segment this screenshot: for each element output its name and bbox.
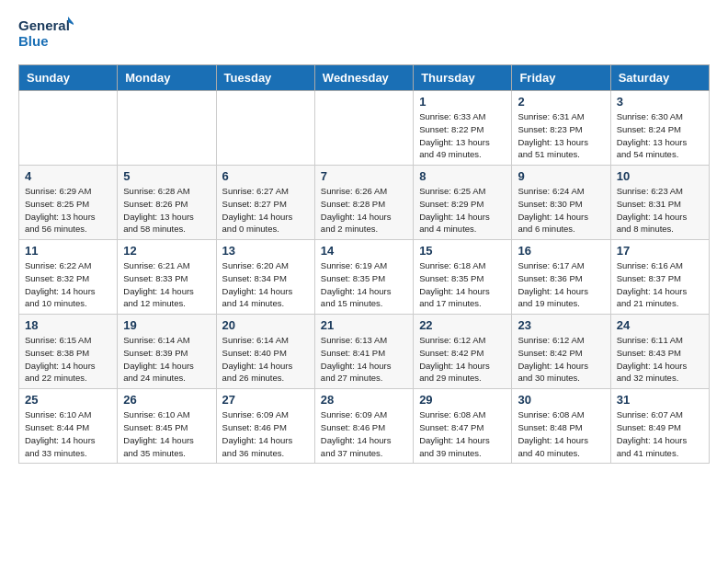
day-info: Sunrise: 6:13 AM Sunset: 8:41 PM Dayligh… [321, 334, 407, 385]
day-number: 25 [25, 393, 111, 407]
day-number: 6 [222, 169, 309, 183]
week-row-5: 25Sunrise: 6:10 AM Sunset: 8:44 PM Dayli… [19, 389, 710, 464]
calendar-table: SundayMondayTuesdayWednesdayThursdayFrid… [18, 64, 710, 464]
header-row: SundayMondayTuesdayWednesdayThursdayFrid… [19, 65, 710, 91]
day-cell: 25Sunrise: 6:10 AM Sunset: 8:44 PM Dayli… [19, 389, 118, 464]
day-info: Sunrise: 6:27 AM Sunset: 8:27 PM Dayligh… [222, 185, 309, 236]
col-header-friday: Friday [512, 65, 610, 91]
day-cell: 11Sunrise: 6:22 AM Sunset: 8:32 PM Dayli… [19, 240, 118, 315]
day-cell: 29Sunrise: 6:08 AM Sunset: 8:47 PM Dayli… [414, 389, 512, 464]
day-number: 2 [518, 95, 604, 109]
day-number: 3 [617, 95, 703, 109]
week-row-3: 11Sunrise: 6:22 AM Sunset: 8:32 PM Dayli… [19, 240, 710, 315]
day-info: Sunrise: 6:10 AM Sunset: 8:44 PM Dayligh… [25, 408, 111, 459]
day-number: 11 [25, 244, 111, 258]
day-cell: 13Sunrise: 6:20 AM Sunset: 8:34 PM Dayli… [216, 240, 314, 315]
day-info: Sunrise: 6:20 AM Sunset: 8:34 PM Dayligh… [222, 259, 309, 310]
day-cell: 20Sunrise: 6:14 AM Sunset: 8:40 PM Dayli… [216, 315, 314, 389]
day-info: Sunrise: 6:14 AM Sunset: 8:39 PM Dayligh… [123, 334, 210, 385]
day-info: Sunrise: 6:25 AM Sunset: 8:29 PM Dayligh… [419, 185, 506, 236]
day-cell: 23Sunrise: 6:12 AM Sunset: 8:42 PM Dayli… [512, 315, 610, 389]
day-number: 14 [321, 244, 407, 258]
day-cell: 10Sunrise: 6:23 AM Sunset: 8:31 PM Dayli… [610, 166, 709, 240]
day-info: Sunrise: 6:16 AM Sunset: 8:37 PM Dayligh… [617, 259, 703, 310]
day-cell [118, 91, 216, 166]
day-info: Sunrise: 6:11 AM Sunset: 8:43 PM Dayligh… [617, 334, 703, 385]
col-header-monday: Monday [118, 65, 216, 91]
day-info: Sunrise: 6:12 AM Sunset: 8:42 PM Dayligh… [518, 334, 604, 385]
day-info: Sunrise: 6:33 AM Sunset: 8:22 PM Dayligh… [419, 110, 506, 161]
day-info: Sunrise: 6:15 AM Sunset: 8:38 PM Dayligh… [25, 334, 111, 385]
day-number: 18 [25, 318, 111, 332]
day-cell: 15Sunrise: 6:18 AM Sunset: 8:35 PM Dayli… [414, 240, 512, 315]
day-cell [216, 91, 314, 166]
day-info: Sunrise: 6:31 AM Sunset: 8:23 PM Dayligh… [518, 110, 604, 161]
day-info: Sunrise: 6:17 AM Sunset: 8:36 PM Dayligh… [518, 259, 604, 310]
day-number: 27 [222, 393, 309, 407]
day-number: 12 [123, 244, 210, 258]
day-cell [19, 91, 118, 166]
day-number: 1 [419, 95, 506, 109]
day-cell: 19Sunrise: 6:14 AM Sunset: 8:39 PM Dayli… [118, 315, 216, 389]
day-cell: 30Sunrise: 6:08 AM Sunset: 8:48 PM Dayli… [512, 389, 610, 464]
day-number: 24 [617, 318, 703, 332]
logo-svg: General Blue [18, 15, 74, 53]
day-cell: 1Sunrise: 6:33 AM Sunset: 8:22 PM Daylig… [414, 91, 512, 166]
day-number: 15 [419, 244, 506, 258]
day-info: Sunrise: 6:14 AM Sunset: 8:40 PM Dayligh… [222, 334, 309, 385]
day-info: Sunrise: 6:08 AM Sunset: 8:48 PM Dayligh… [518, 408, 604, 459]
day-cell: 2Sunrise: 6:31 AM Sunset: 8:23 PM Daylig… [512, 91, 610, 166]
day-info: Sunrise: 6:22 AM Sunset: 8:32 PM Dayligh… [25, 259, 111, 310]
day-info: Sunrise: 6:29 AM Sunset: 8:25 PM Dayligh… [25, 185, 111, 236]
day-number: 28 [321, 393, 407, 407]
svg-text:Blue: Blue [18, 33, 49, 49]
day-number: 23 [518, 318, 604, 332]
col-header-tuesday: Tuesday [216, 65, 314, 91]
day-info: Sunrise: 6:24 AM Sunset: 8:30 PM Dayligh… [518, 185, 604, 236]
day-number: 30 [518, 393, 604, 407]
day-number: 13 [222, 244, 309, 258]
day-number: 5 [123, 169, 210, 183]
week-row-4: 18Sunrise: 6:15 AM Sunset: 8:38 PM Dayli… [19, 315, 710, 389]
day-number: 7 [321, 169, 407, 183]
day-info: Sunrise: 6:18 AM Sunset: 8:35 PM Dayligh… [419, 259, 506, 310]
day-cell: 9Sunrise: 6:24 AM Sunset: 8:30 PM Daylig… [512, 166, 610, 240]
day-info: Sunrise: 6:26 AM Sunset: 8:28 PM Dayligh… [321, 185, 407, 236]
day-info: Sunrise: 6:19 AM Sunset: 8:35 PM Dayligh… [321, 259, 407, 310]
day-info: Sunrise: 6:28 AM Sunset: 8:26 PM Dayligh… [123, 185, 210, 236]
logo: General Blue [18, 15, 74, 53]
day-cell: 21Sunrise: 6:13 AM Sunset: 8:41 PM Dayli… [314, 315, 413, 389]
day-cell: 18Sunrise: 6:15 AM Sunset: 8:38 PM Dayli… [19, 315, 118, 389]
day-number: 9 [518, 169, 604, 183]
day-info: Sunrise: 6:21 AM Sunset: 8:33 PM Dayligh… [123, 259, 210, 310]
day-number: 29 [419, 393, 506, 407]
day-cell: 28Sunrise: 6:09 AM Sunset: 8:46 PM Dayli… [314, 389, 413, 464]
day-cell: 5Sunrise: 6:28 AM Sunset: 8:26 PM Daylig… [118, 166, 216, 240]
header: General Blue [18, 15, 710, 53]
day-cell: 3Sunrise: 6:30 AM Sunset: 8:24 PM Daylig… [610, 91, 709, 166]
day-info: Sunrise: 6:09 AM Sunset: 8:46 PM Dayligh… [321, 408, 407, 459]
day-info: Sunrise: 6:23 AM Sunset: 8:31 PM Dayligh… [617, 185, 703, 236]
day-number: 10 [617, 169, 703, 183]
day-info: Sunrise: 6:08 AM Sunset: 8:47 PM Dayligh… [419, 408, 506, 459]
day-number: 8 [419, 169, 506, 183]
day-cell: 14Sunrise: 6:19 AM Sunset: 8:35 PM Dayli… [314, 240, 413, 315]
page: General Blue SundayMondayTuesdayWednesda… [0, 0, 728, 478]
day-cell: 7Sunrise: 6:26 AM Sunset: 8:28 PM Daylig… [314, 166, 413, 240]
col-header-saturday: Saturday [610, 65, 709, 91]
day-cell [314, 91, 413, 166]
day-cell: 27Sunrise: 6:09 AM Sunset: 8:46 PM Dayli… [216, 389, 314, 464]
day-number: 22 [419, 318, 506, 332]
day-number: 31 [617, 393, 703, 407]
day-number: 21 [321, 318, 407, 332]
day-number: 20 [222, 318, 309, 332]
day-number: 16 [518, 244, 604, 258]
day-cell: 4Sunrise: 6:29 AM Sunset: 8:25 PM Daylig… [19, 166, 118, 240]
week-row-1: 1Sunrise: 6:33 AM Sunset: 8:22 PM Daylig… [19, 91, 710, 166]
svg-text:General: General [18, 17, 70, 33]
week-row-2: 4Sunrise: 6:29 AM Sunset: 8:25 PM Daylig… [19, 166, 710, 240]
day-cell: 12Sunrise: 6:21 AM Sunset: 8:33 PM Dayli… [118, 240, 216, 315]
day-info: Sunrise: 6:12 AM Sunset: 8:42 PM Dayligh… [419, 334, 506, 385]
day-cell: 31Sunrise: 6:07 AM Sunset: 8:49 PM Dayli… [610, 389, 709, 464]
col-header-sunday: Sunday [19, 65, 118, 91]
